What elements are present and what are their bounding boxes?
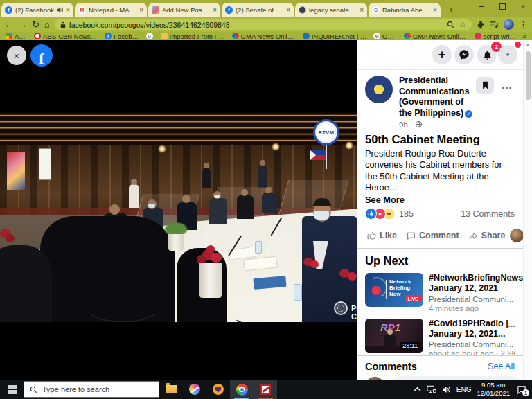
reload-button[interactable]: ↻ bbox=[32, 20, 39, 29]
tab-close-icon[interactable]: × bbox=[286, 6, 290, 14]
abscbn-icon bbox=[34, 33, 41, 39]
minimize-button[interactable] bbox=[477, 2, 486, 10]
post-menu-button[interactable]: … bbox=[498, 77, 516, 94]
taskbar-search[interactable]: Type here to search bbox=[24, 381, 159, 398]
browser-toolbar: ← → ↻ ⌂ facebook.com/pcoogov/videos/2364… bbox=[0, 17, 532, 32]
shield-app-button[interactable] bbox=[206, 380, 230, 399]
messenger-button[interactable] bbox=[454, 45, 474, 64]
tab-senate-facebook[interactable]: f (2) Senate of the Phil × bbox=[222, 3, 294, 17]
video-thumbnail[interactable]: Network Briefing New LIVE bbox=[365, 273, 423, 307]
restore-button[interactable] bbox=[497, 2, 507, 10]
paint-app-button[interactable] bbox=[183, 380, 206, 399]
taskbar-app5-button[interactable] bbox=[254, 380, 277, 399]
browser-profile-avatar[interactable] bbox=[504, 19, 514, 30]
page-avatar[interactable] bbox=[365, 76, 393, 103]
up-next-item[interactable]: Network Briefing New LIVE #NetworkBriefi… bbox=[365, 273, 516, 312]
up-next-heading: Up Next bbox=[365, 254, 515, 267]
close-video-button[interactable]: × bbox=[7, 46, 26, 65]
item-menu-button[interactable]: … bbox=[508, 320, 516, 328]
extensions-icon[interactable] bbox=[477, 21, 485, 29]
chevron-down-icon: ▾ bbox=[506, 51, 510, 58]
like-reaction-icon[interactable] bbox=[365, 208, 377, 220]
forward-button[interactable]: → bbox=[18, 20, 27, 29]
create-button[interactable]: + bbox=[432, 45, 452, 64]
file-explorer-button[interactable] bbox=[159, 380, 183, 399]
see-all-link[interactable]: See All bbox=[488, 362, 515, 371]
tab-senate-gov[interactable]: legacy.senate.gov.ph × bbox=[295, 3, 367, 17]
senate-favicon bbox=[299, 6, 306, 14]
page-name[interactable]: Presidential Communications (Government … bbox=[399, 76, 476, 119]
reaction-count[interactable]: 185 bbox=[399, 209, 414, 219]
comment-button[interactable]: Comment bbox=[402, 229, 464, 242]
video-channel[interactable]: Presidential Communi...✓ bbox=[429, 295, 516, 303]
post-title: 50th Cabinet Meeting bbox=[365, 133, 515, 146]
paint-app-icon bbox=[189, 384, 200, 395]
action-center-button[interactable]: 1 bbox=[515, 383, 528, 396]
bookmark-gmail[interactable]: MGmail bbox=[373, 33, 398, 40]
comment-as-selector[interactable]: ▾ bbox=[510, 229, 523, 242]
tab-close-icon[interactable]: × bbox=[66, 6, 70, 14]
volume-icon[interactable] bbox=[442, 386, 451, 393]
back-button[interactable]: ← bbox=[4, 20, 13, 29]
home-button[interactable]: ⌂ bbox=[44, 20, 50, 29]
tab-facebook[interactable]: f (2) Facebook × bbox=[1, 3, 73, 17]
item-menu-button[interactable]: … bbox=[508, 274, 516, 283]
bookmark-inquirer[interactable]: INQUIRER.net | Late... bbox=[303, 33, 367, 40]
video-thumbnail[interactable]: RP1 28:11 bbox=[365, 319, 423, 353]
tab-title: Rabindra Abeyasing bbox=[382, 6, 430, 14]
scrollbar-thumb[interactable] bbox=[526, 51, 531, 100]
page-header: Presidential Communications (Government … bbox=[357, 70, 523, 130]
tab-add-new-post[interactable]: Add New Post ‹ Rad × bbox=[148, 3, 220, 17]
bookmark-imported[interactable]: Imported From Fire... bbox=[161, 33, 226, 40]
address-bar[interactable]: facebook.com/pcoogov/videos/236414624609… bbox=[55, 19, 472, 30]
tab-google-search[interactable]: G Rabindra Abeyasing × bbox=[369, 3, 441, 17]
comments-heading: Comments bbox=[365, 361, 417, 372]
network-icon[interactable] bbox=[427, 385, 436, 393]
comment-count[interactable]: 13 Comments bbox=[461, 209, 515, 219]
close-window-button[interactable]: × bbox=[518, 2, 528, 10]
bookmark-gma[interactable]: GMA News Online |... bbox=[232, 33, 296, 40]
page-scrollbar[interactable]: ▲ bbox=[523, 40, 532, 380]
browser-menu-icon[interactable]: ⋮ bbox=[519, 20, 528, 29]
bookmark-script[interactable]: script writing bbox=[475, 33, 517, 40]
bookmark-gma2[interactable]: GMA News Online |... bbox=[404, 33, 468, 40]
bookmark-apps[interactable]: Apps bbox=[6, 33, 28, 40]
video-channel[interactable]: Presidential Communi...✓ bbox=[429, 340, 516, 348]
see-more-link[interactable]: See More bbox=[365, 195, 515, 205]
scroll-up-icon[interactable]: ▲ bbox=[526, 42, 530, 46]
video-player-pane[interactable]: × f bbox=[0, 40, 357, 380]
bookmark-star-icon[interactable]: ☆ bbox=[459, 20, 466, 29]
url-text: facebook.com/pcoogov/videos/236414624609… bbox=[69, 21, 230, 29]
hidden-icons-chevron[interactable] bbox=[414, 387, 421, 392]
bookmark-google[interactable]: G bbox=[146, 33, 154, 39]
video-title[interactable]: #Covid19PHRadio | January 12, 2021... bbox=[429, 319, 516, 340]
tab-audio-icon[interactable] bbox=[57, 7, 63, 13]
up-next-item[interactable]: RP1 28:11 #Covid19PHRadio | January 12, … bbox=[365, 319, 516, 358]
video-frame[interactable]: RTVM PresidentialCommunications bbox=[0, 112, 357, 322]
verified-badge-icon: ✓ bbox=[465, 110, 472, 118]
new-tab-button[interactable]: + bbox=[445, 3, 457, 16]
tab-title: legacy.senate.gov.ph bbox=[309, 6, 357, 14]
start-button[interactable] bbox=[0, 380, 24, 399]
media-controls-icon[interactable] bbox=[490, 21, 499, 28]
facebook-favicon: f bbox=[5, 6, 12, 14]
google-favicon: G bbox=[372, 6, 380, 14]
tab-close-icon[interactable]: × bbox=[213, 6, 217, 14]
like-button[interactable]: Like bbox=[362, 229, 402, 242]
tab-notepad[interactable]: M Notepad - MALAKAÑ × bbox=[75, 3, 147, 17]
taskbar-clock[interactable]: 9:05 am 12/01/2021 bbox=[477, 381, 510, 398]
tab-close-icon[interactable]: × bbox=[139, 6, 143, 14]
save-post-button[interactable] bbox=[476, 77, 494, 94]
tab-close-icon[interactable]: × bbox=[433, 6, 437, 14]
zoom-icon[interactable] bbox=[447, 21, 454, 28]
chrome-button[interactable] bbox=[230, 380, 254, 399]
bookmark-facebook[interactable]: fFacebook bbox=[105, 33, 139, 40]
inquirer-icon bbox=[303, 33, 310, 39]
share-button[interactable]: Share bbox=[464, 229, 511, 242]
tab-close-icon[interactable]: × bbox=[360, 6, 364, 14]
language-indicator[interactable]: ENG bbox=[456, 386, 472, 393]
bookmark-abscbn[interactable]: ABS-CBN News | La... bbox=[34, 33, 98, 40]
account-menu-button[interactable]: ▾ bbox=[498, 45, 517, 64]
bookmarks-overflow-icon[interactable]: » bbox=[522, 33, 526, 40]
video-title[interactable]: #NetworkBriefingNews: January 12, 2021 bbox=[429, 273, 516, 294]
